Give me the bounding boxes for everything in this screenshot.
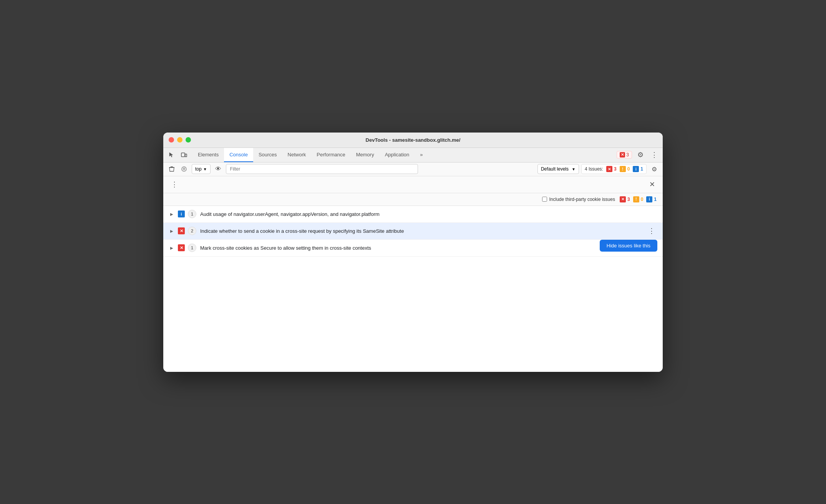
issues-header-info-icon: i bbox=[646, 196, 652, 202]
context-value: top bbox=[195, 166, 202, 172]
select-tool-button[interactable] bbox=[166, 149, 177, 160]
issues-warn-count: 0 bbox=[627, 166, 630, 172]
device-toolbar-button[interactable] bbox=[179, 149, 189, 160]
titlebar: DevTools - samesite-sandbox.glitch.me/ bbox=[163, 133, 663, 148]
empty-area bbox=[163, 257, 663, 372]
clear-console-button[interactable] bbox=[166, 164, 177, 174]
error-count: 3 bbox=[626, 152, 629, 158]
tab-right-controls: ✕ 3 ⚙ ⋮ bbox=[617, 149, 660, 160]
levels-chevron-icon: ▼ bbox=[572, 167, 576, 171]
hide-issues-button[interactable]: Hide issues like this bbox=[600, 240, 657, 252]
issues-info-count: 1 bbox=[640, 166, 643, 172]
issue-row[interactable]: ▶ i 1 Audit usage of navigator.userAgent… bbox=[163, 206, 663, 223]
issues-panel-header: ⋮ ✕ bbox=[163, 176, 663, 193]
issues-badge: 4 Issues: ✕ 3 ! 0 i 1 bbox=[581, 164, 647, 174]
issues-header-warn-count: 0 bbox=[641, 197, 644, 202]
third-party-label: Include third-party cookie issues bbox=[549, 197, 615, 202]
tab-performance[interactable]: Performance bbox=[311, 148, 350, 162]
expand-icon: ▶ bbox=[169, 228, 175, 234]
console-settings-button[interactable]: ⚙ bbox=[649, 164, 660, 174]
issues-header-error-icon: ✕ bbox=[620, 196, 626, 202]
settings-button[interactable]: ⚙ bbox=[635, 149, 646, 160]
svg-rect-0 bbox=[181, 153, 185, 157]
close-panel-button[interactable]: ✕ bbox=[647, 179, 657, 189]
expand-icon: ▶ bbox=[169, 211, 175, 217]
issues-subheader: Include third-party cookie issues ✕ 3 ! … bbox=[163, 193, 663, 206]
issues-counts: ✕ 3 ! 0 i 1 bbox=[620, 196, 657, 202]
live-expressions-button[interactable]: 👁 bbox=[213, 164, 224, 174]
issues-header-info-count: 1 bbox=[654, 197, 657, 202]
tab-more[interactable]: » bbox=[415, 148, 428, 162]
tabs: Elements Console Sources Network Perform… bbox=[192, 148, 617, 162]
issue-info-icon: i bbox=[178, 211, 185, 217]
console-icons bbox=[166, 164, 189, 174]
tabbar: Elements Console Sources Network Perform… bbox=[163, 148, 663, 162]
third-party-checkbox-label[interactable]: Include third-party cookie issues bbox=[542, 197, 615, 202]
issues-label: 4 Issues: bbox=[585, 166, 603, 172]
issue-row[interactable]: ▶ ✕ 1 Mark cross-site cookies as Secure … bbox=[163, 240, 663, 257]
issues-header-right: ✕ bbox=[647, 179, 657, 189]
devtools-window: DevTools - samesite-sandbox.glitch.me/ E… bbox=[163, 133, 663, 372]
third-party-checkbox[interactable] bbox=[542, 197, 547, 202]
tab-sources[interactable]: Sources bbox=[253, 148, 282, 162]
issue-error-icon: ✕ bbox=[178, 244, 185, 251]
tab-application[interactable]: Application bbox=[380, 148, 415, 162]
issues-warn-icon: ! bbox=[620, 166, 626, 172]
issues-header-warn-icon: ! bbox=[633, 196, 639, 202]
issue-count-badge: 1 bbox=[188, 210, 196, 218]
tab-tools bbox=[166, 149, 189, 160]
issues-list: ▶ i 1 Audit usage of navigator.userAgent… bbox=[163, 206, 663, 372]
filter-input[interactable] bbox=[226, 164, 418, 174]
issues-error-count: 3 bbox=[614, 166, 617, 172]
minimize-button[interactable] bbox=[177, 137, 182, 143]
window-title: DevTools - samesite-sandbox.glitch.me/ bbox=[366, 137, 461, 143]
expand-icon: ▶ bbox=[169, 245, 175, 251]
issue-text: Audit usage of navigator.userAgent, navi… bbox=[200, 211, 657, 217]
issues-header-error-count: 3 bbox=[627, 197, 630, 202]
issue-text: Indicate whether to send a cookie in a c… bbox=[200, 228, 646, 234]
svg-rect-1 bbox=[185, 154, 187, 157]
issue-count-badge: 2 bbox=[188, 227, 196, 235]
levels-label: Default levels bbox=[541, 166, 569, 172]
tab-network[interactable]: Network bbox=[282, 148, 312, 162]
issue-text: Mark cross-site cookies as Secure to all… bbox=[200, 245, 657, 251]
issue-error-icon: ✕ bbox=[178, 227, 185, 234]
issue-count-badge: 1 bbox=[188, 244, 196, 252]
issue-row[interactable]: ▶ ✕ 2 Indicate whether to send a cookie … bbox=[163, 223, 663, 240]
tab-memory[interactable]: Memory bbox=[351, 148, 380, 162]
issue-more-button[interactable]: ⋮ bbox=[646, 226, 657, 236]
error-icon: ✕ bbox=[620, 152, 625, 158]
tab-console[interactable]: Console bbox=[224, 148, 253, 162]
close-button[interactable] bbox=[169, 137, 174, 143]
tab-elements[interactable]: Elements bbox=[192, 148, 224, 162]
panel-more-button[interactable]: ⋮ bbox=[169, 179, 180, 189]
issues-error-icon: ✕ bbox=[606, 166, 612, 172]
chevron-down-icon: ▼ bbox=[203, 167, 207, 171]
error-count-badge: ✕ 3 bbox=[617, 151, 632, 159]
filter-toggle-button[interactable] bbox=[179, 164, 189, 174]
window-controls bbox=[169, 137, 191, 143]
context-selector[interactable]: top ▼ bbox=[192, 164, 211, 174]
more-options-button[interactable]: ⋮ bbox=[649, 149, 660, 160]
maximize-button[interactable] bbox=[186, 137, 191, 143]
console-toolbar: top ▼ 👁 Default levels ▼ 4 Issues: ✕ 3 !… bbox=[163, 162, 663, 176]
levels-selector[interactable]: Default levels ▼ bbox=[537, 164, 579, 174]
issues-info-icon: i bbox=[633, 166, 639, 172]
